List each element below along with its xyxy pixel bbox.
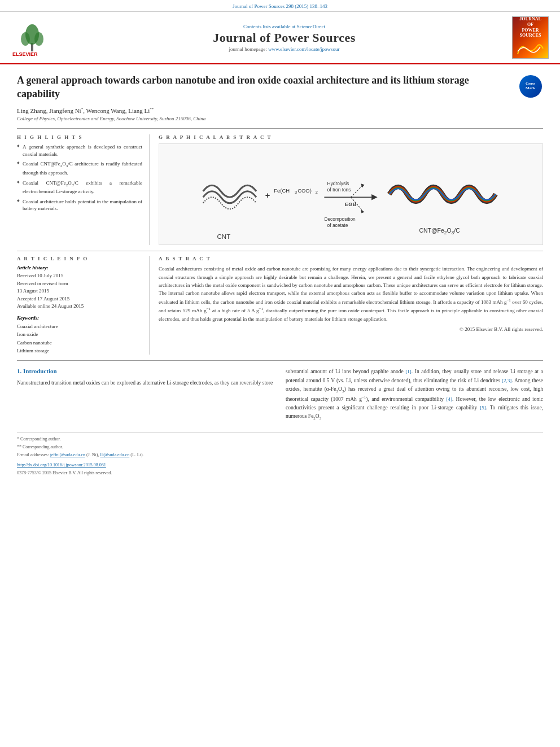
authors-line: Ling Zhang, Jiangfeng Ni*, Wencong Wang,…	[17, 107, 543, 114]
graphical-abstract-column: G R A P H I C A L A B S T R A C T CNT	[159, 134, 543, 245]
article-info-header: A R T I C L E I N F O	[17, 256, 142, 261]
svg-text:3: 3	[295, 190, 297, 195]
graphical-abstract-image: CNT + Fe(CH 3 COO) 2	[159, 143, 543, 245]
highlights-header: H I G H L I G H T S	[17, 134, 142, 140]
svg-text:CNT@Fe2O3/C: CNT@Fe2O3/C	[419, 228, 460, 235]
article-info-column: A R T I C L E I N F O Article history: R…	[17, 256, 150, 355]
ref-2-3[interactable]: [2,3]	[502, 378, 511, 383]
svg-text:+: +	[265, 191, 270, 200]
journal-center: Contents lists available at ScienceDirec…	[56, 24, 512, 52]
svg-point-2	[21, 32, 30, 46]
highlight-item-2: Coaxial CNT@Fe2O3/C architecture is read…	[17, 160, 142, 176]
journal-ref-text: Journal of Power Sources 298 (2015) 138–…	[233, 3, 327, 9]
article-content: A general approach towards carbon nanotu…	[0, 64, 560, 487]
svg-text:CNT: CNT	[217, 233, 231, 240]
svg-text:of Iron Ions: of Iron Ions	[327, 187, 351, 193]
elsevier-logo: ELSEVIER	[11, 18, 56, 58]
svg-marker-19	[361, 209, 364, 213]
intro-right-column: substantial amount of Li ions beyond gra…	[286, 368, 543, 426]
svg-line-15	[351, 186, 363, 198]
revised-date: 13 August 2015	[17, 287, 142, 295]
sciencedirect-text: Contents lists available at ScienceDirec…	[56, 24, 512, 29]
issn-text: 0378-7753/© 2015 Elsevier B.V. All right…	[17, 470, 543, 477]
highlight-item-3: Coaxial CNT@Fe2O3/C exhibits a remarkabl…	[17, 180, 142, 195]
article-title: A general approach towards carbon nanotu…	[17, 73, 543, 101]
ref-4[interactable]: [4]	[446, 396, 452, 402]
abstract-header: A B S T R A C T	[159, 256, 543, 261]
highlights-list: A general synthetic approach is develope…	[17, 143, 142, 212]
accepted-date: Accepted 17 August 2015	[17, 295, 142, 303]
introduction-columns: 1. Introduction Nanostructured transitio…	[17, 368, 543, 426]
intro-heading: 1. Introduction	[17, 368, 274, 374]
svg-text:2: 2	[316, 190, 318, 195]
graphical-abstract-header: G R A P H I C A L A B S T R A C T	[159, 134, 543, 140]
received-revised-label: Received in revised form	[17, 280, 142, 288]
doi-link[interactable]: http://dx.doi.org/10.1016/j.jpowsour.201…	[17, 462, 106, 468]
keywords-list: Coaxial architecture Iron oxide Carbon n…	[17, 322, 142, 355]
keyword-2: Iron oxide	[17, 330, 142, 338]
highlight-item-4: Coaxial architecture holds potential in …	[17, 198, 142, 212]
abstract-column: A B S T R A C T Coaxial architectures co…	[159, 256, 543, 355]
article-history: Article history: Received 10 July 2015 R…	[17, 265, 142, 311]
journal-cover-image: JOURNALOFPOWERSOURCES	[512, 16, 549, 59]
journal-title: Journal of Power Sources	[56, 30, 512, 45]
keyword-3: Carbon nanotube	[17, 339, 142, 347]
highlights-column: H I G H L I G H T S A general synthetic …	[17, 134, 150, 245]
keyword-1: Coaxial architecture	[17, 322, 142, 330]
footer-notes: * Corresponding author. ** Corresponding…	[17, 432, 543, 477]
article-info-abstract-section: A R T I C L E I N F O Article history: R…	[17, 251, 543, 355]
svg-point-3	[34, 32, 43, 46]
keywords-title: Keywords:	[17, 315, 142, 321]
svg-marker-12	[371, 194, 377, 200]
crossmark-badge[interactable]: CrossMark	[518, 73, 543, 99]
ref-1[interactable]: [1]	[405, 369, 412, 374]
received-date: Received 10 July 2015	[17, 272, 142, 280]
email-link-2[interactable]: lli@suda.edu.cn	[100, 452, 129, 457]
email-link-1[interactable]: jeffni@suda.edu.cn	[50, 452, 85, 457]
svg-text:Hydrolysis: Hydrolysis	[327, 181, 349, 187]
email-addresses: E-mail addresses: jeffni@suda.edu.cn (J.…	[17, 452, 543, 458]
ref-5[interactable]: [5]	[480, 405, 486, 410]
intro-left-column: 1. Introduction Nanostructured transitio…	[17, 368, 274, 426]
corresponding-note-1: * Corresponding author.	[17, 436, 543, 443]
keyword-4: Lithium storage	[17, 347, 142, 355]
journal-cover-content: JOURNALOFPOWERSOURCES	[513, 16, 548, 59]
corresponding-note-2: ** Corresponding author.	[17, 444, 543, 451]
intro-para-1: Nanostructured transition metal oxides c…	[17, 379, 274, 387]
page: Journal of Power Sources 298 (2015) 138–…	[0, 0, 560, 747]
affiliation: College of Physics, Optoelectronics and …	[17, 116, 543, 121]
journal-homepage: journal homepage: www.elsevier.com/locat…	[56, 46, 512, 52]
svg-marker-16	[361, 184, 364, 187]
intro-para-right-1: substantial amount of Li ions beyond gra…	[286, 368, 543, 422]
highlights-graphical-section: H I G H L I G H T S A general synthetic …	[17, 128, 543, 245]
introduction-section: 1. Introduction Nanostructured transitio…	[17, 360, 543, 477]
keywords-section: Keywords: Coaxial architecture Iron oxid…	[17, 315, 142, 355]
crossmark-icon: CrossMark	[519, 75, 542, 98]
journal-reference: Journal of Power Sources 298 (2015) 138–…	[0, 0, 560, 12]
article-history-title: Article history:	[17, 265, 142, 270]
journal-header: ELSEVIER Contents lists available at Sci…	[0, 12, 560, 64]
svg-text:Fe(CH: Fe(CH	[274, 187, 290, 194]
highlight-item-1: A general synthetic approach is develope…	[17, 143, 142, 158]
svg-text:of acetate: of acetate	[327, 222, 348, 228]
svg-text:COO): COO)	[298, 187, 312, 194]
abstract-text: Coaxial architectures consisting of meta…	[159, 265, 543, 333]
homepage-link[interactable]: www.elsevier.com/locate/jpowsour	[268, 46, 339, 52]
copyright-text: © 2015 Elsevier B.V. All rights reserved…	[159, 325, 543, 333]
available-online: Available online 24 August 2015	[17, 303, 142, 311]
svg-text:Decomposition: Decomposition	[324, 216, 356, 222]
svg-text:ELSEVIER: ELSEVIER	[12, 51, 38, 57]
sciencedirect-link[interactable]: ScienceDirect	[297, 24, 325, 29]
